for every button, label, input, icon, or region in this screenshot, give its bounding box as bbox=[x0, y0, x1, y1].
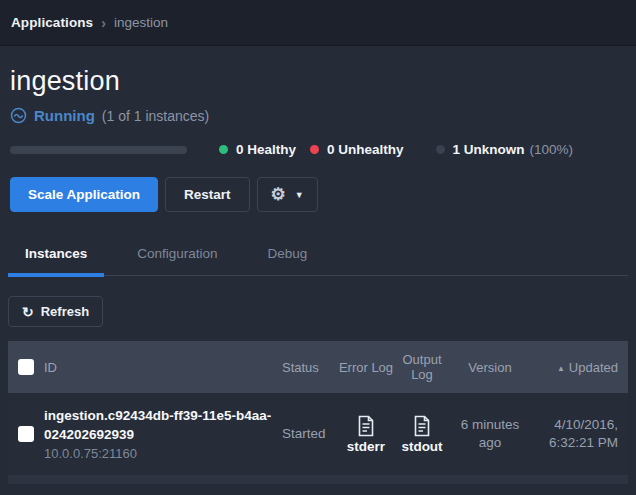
row-checkbox[interactable] bbox=[18, 426, 34, 442]
table-row: ingestion.c92434db-ff39-11e5-b4aa-024202… bbox=[8, 393, 628, 475]
refresh-label: Refresh bbox=[41, 304, 89, 319]
tab-debug[interactable]: Debug bbox=[251, 236, 325, 275]
instance-version: 6 minutes ago bbox=[450, 410, 530, 458]
unknown-legend: 1 Unknown (100%) bbox=[436, 142, 574, 157]
stdout-label: stdout bbox=[401, 439, 442, 454]
instance-updated-timestamp: 4/10/2016, 6:32:21 PM bbox=[530, 410, 628, 458]
instance-id-cell: ingestion.c92434db-ff39-11e5-b4aa-024202… bbox=[44, 401, 282, 466]
column-header-output-log[interactable]: Output Log bbox=[394, 346, 450, 388]
healthy-legend: 0 Healthy bbox=[219, 142, 296, 157]
instance-status: Started bbox=[282, 419, 338, 449]
gear-icon: ⚙ bbox=[271, 186, 286, 203]
select-all-cell bbox=[8, 353, 44, 381]
settings-dropdown-button[interactable]: ⚙ ▼ bbox=[257, 177, 318, 212]
document-icon bbox=[356, 415, 376, 437]
column-header-id[interactable]: ID bbox=[44, 354, 282, 381]
action-button-group: Scale Application Restart ⚙ ▼ bbox=[0, 177, 636, 212]
tab-configuration[interactable]: Configuration bbox=[120, 236, 234, 275]
application-detail-page: Applications › ingestion ingestion Runni… bbox=[0, 0, 636, 495]
restart-button[interactable]: Restart bbox=[165, 177, 250, 212]
instance-id: ingestion.c92434db-ff39-11e5-b4aa-024202… bbox=[44, 407, 272, 443]
tab-instances[interactable]: Instances bbox=[8, 236, 104, 275]
column-header-status[interactable]: Status bbox=[282, 354, 338, 381]
instance-address: 10.0.0.75:21160 bbox=[44, 446, 272, 461]
stderr-log-link[interactable]: stderr bbox=[347, 415, 385, 454]
unknown-dot-icon bbox=[436, 145, 445, 154]
healthy-dot-icon bbox=[219, 145, 228, 154]
sort-ascending-icon: ▲ bbox=[557, 364, 565, 373]
select-all-checkbox[interactable] bbox=[18, 359, 34, 375]
column-header-error-log[interactable]: Error Log bbox=[338, 354, 394, 381]
health-summary: 0 Healthy 0 Unhealthy 1 Unknown (100%) bbox=[0, 142, 636, 157]
column-header-updated[interactable]: ▲Updated bbox=[530, 354, 628, 381]
instances-toolbar: ↻ Refresh bbox=[0, 276, 636, 341]
stderr-label: stderr bbox=[347, 439, 385, 454]
instances-table: ID Status Error Log Output Log Version ▲… bbox=[8, 341, 628, 484]
table-header-row: ID Status Error Log Output Log Version ▲… bbox=[8, 341, 628, 393]
column-header-version[interactable]: Version bbox=[450, 354, 530, 381]
breadcrumb-current-app: ingestion bbox=[114, 15, 168, 30]
refresh-icon: ↻ bbox=[22, 304, 34, 320]
error-log-cell: stderr bbox=[338, 409, 394, 460]
row-select-cell bbox=[8, 420, 44, 448]
document-icon bbox=[412, 415, 432, 437]
table-footer-strip bbox=[8, 475, 628, 484]
caret-down-icon: ▼ bbox=[295, 190, 304, 200]
page-header: ingestion Running (1 of 1 instances) bbox=[0, 46, 636, 124]
app-status-line: Running (1 of 1 instances) bbox=[10, 107, 626, 124]
breadcrumb: Applications › ingestion bbox=[0, 0, 636, 46]
page-title: ingestion bbox=[10, 66, 626, 97]
unhealthy-legend: 0 Unhealthy bbox=[310, 142, 404, 157]
chevron-right-icon: › bbox=[101, 15, 106, 31]
running-pulse-icon bbox=[10, 107, 27, 124]
healthy-count-label: 0 Healthy bbox=[236, 142, 296, 157]
unhealthy-count-label: 0 Unhealthy bbox=[327, 142, 404, 157]
health-progress-bar bbox=[10, 146, 187, 154]
stdout-log-link[interactable]: stdout bbox=[401, 415, 442, 454]
refresh-button[interactable]: ↻ Refresh bbox=[8, 296, 103, 327]
tab-bar: Instances Configuration Debug bbox=[8, 236, 628, 276]
app-status-text: Running bbox=[34, 107, 95, 124]
output-log-cell: stdout bbox=[394, 409, 450, 460]
unknown-percent-label: (100%) bbox=[530, 142, 574, 157]
updated-header-label: Updated bbox=[569, 360, 618, 375]
scale-application-button[interactable]: Scale Application bbox=[10, 177, 158, 212]
instance-count-note: (1 of 1 instances) bbox=[102, 108, 209, 124]
unknown-count-label: 1 Unknown bbox=[453, 142, 525, 157]
breadcrumb-applications-link[interactable]: Applications bbox=[11, 15, 93, 30]
unhealthy-dot-icon bbox=[310, 145, 319, 154]
